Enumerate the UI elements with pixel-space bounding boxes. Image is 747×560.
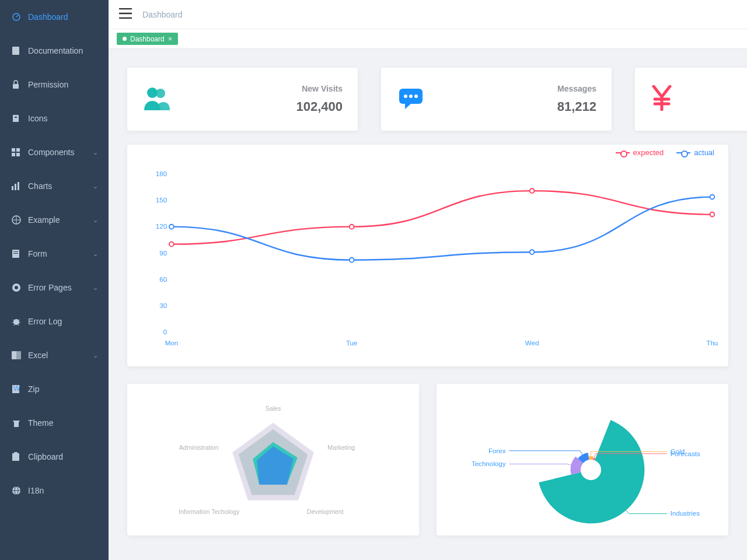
svg-rect-2	[13, 84, 19, 89]
sidebar-item-clipboard[interactable]: Clipboard	[0, 440, 109, 474]
svg-text:Tue: Tue	[346, 340, 358, 346]
svg-point-31	[409, 94, 413, 98]
svg-point-51	[710, 195, 714, 200]
svg-text:Development: Development	[307, 508, 344, 515]
sidebar-item-label: Zip	[28, 384, 39, 394]
sidebar: DashboardDocumentationPermissionIconsCom…	[0, 0, 109, 560]
svg-text:120: 120	[156, 223, 167, 230]
sidebar-item-charts[interactable]: Charts⌄	[0, 169, 109, 203]
sidebar-item-label: Excel	[28, 351, 48, 360]
chevron-down-icon: ⌄	[93, 149, 98, 156]
svg-text:Thu: Thu	[706, 340, 718, 346]
line-chart: 0306090120150180MonTueWedThu	[138, 155, 718, 356]
svg-point-18	[13, 319, 19, 325]
sidebar-item-form[interactable]: Form⌄	[0, 237, 109, 271]
topbar: Dashboard	[109, 0, 747, 29]
sidebar-item-error-pages[interactable]: Error Pages⌄	[0, 271, 109, 304]
tag-active-dot	[123, 37, 127, 41]
stat-value: 102,400	[296, 99, 343, 114]
secondary-charts-row: SalesMarketingDevelopmentInformation Tec…	[127, 384, 728, 536]
radar-chart: SalesMarketingDevelopmentInformation Tec…	[138, 394, 409, 528]
svg-rect-9	[12, 186, 13, 190]
svg-rect-24	[14, 452, 18, 454]
stat-card-partial[interactable]	[635, 68, 747, 131]
error-icon	[12, 283, 28, 292]
sidebar-item-permission[interactable]: Permission	[0, 68, 109, 102]
svg-text:W: W	[13, 384, 20, 393]
sidebar-item-label: I18n	[28, 486, 44, 495]
i18n-icon	[12, 486, 28, 495]
svg-rect-11	[18, 182, 19, 190]
lock-icon	[12, 80, 28, 89]
svg-rect-5	[12, 148, 15, 152]
line-chart-legend: expected actual	[616, 148, 714, 157]
pie-chart: IndustriesTechnologyForexGoldForecasts	[447, 394, 718, 528]
tag-dashboard[interactable]: Dashboard ×	[117, 33, 178, 45]
svg-point-49	[350, 258, 354, 262]
sidebar-item-label: Dashboard	[28, 12, 68, 22]
sidebar-item-theme[interactable]: Theme	[0, 406, 109, 440]
chevron-down-icon: ⌄	[93, 250, 98, 258]
svg-rect-3	[13, 115, 19, 122]
sidebar-item-label: Theme	[28, 418, 54, 428]
chevron-down-icon: ⌄	[93, 216, 98, 224]
doc-icon	[12, 46, 28, 55]
yen-icon	[650, 85, 673, 113]
svg-rect-15	[13, 253, 18, 254]
sidebar-item-label: Error Log	[28, 317, 62, 326]
people-icon	[142, 86, 172, 113]
sidebar-item-zip[interactable]: WZip	[0, 372, 109, 406]
svg-point-45	[350, 225, 354, 229]
line-chart-panel: expected actual 0306090120150180MonTueWe…	[127, 145, 728, 366]
svg-text:Wed: Wed	[525, 340, 539, 346]
sidebar-item-label: Form	[28, 249, 47, 258]
sidebar-item-label: Icons	[28, 114, 47, 123]
sidebar-item-label: Components	[28, 148, 74, 157]
sidebar-item-example[interactable]: Example⌄	[0, 203, 109, 237]
breadcrumb: Dashboard	[142, 10, 183, 19]
zip-icon: W	[12, 384, 28, 394]
chevron-down-icon: ⌄	[93, 284, 98, 292]
bug-icon	[12, 317, 28, 326]
sidebar-item-icons[interactable]: Icons	[0, 102, 109, 135]
legend-expected[interactable]: expected	[616, 148, 664, 157]
svg-rect-1	[12, 47, 19, 55]
svg-text:Marketing: Marketing	[327, 444, 355, 451]
stat-value: 81,212	[557, 99, 596, 114]
svg-text:180: 180	[156, 170, 167, 177]
svg-point-46	[530, 188, 535, 193]
sidebar-item-documentation[interactable]: Documentation	[0, 34, 109, 68]
main-area: Dashboard Dashboard × New Visits102,400M…	[109, 0, 747, 560]
chevron-down-icon: ⌄	[93, 352, 98, 359]
stat-card-messages[interactable]: Messages81,212	[381, 68, 612, 131]
form-icon	[12, 249, 28, 258]
sidebar-item-label: Documentation	[28, 46, 83, 55]
charts-icon	[12, 182, 28, 190]
sidebar-item-label: Error Pages	[28, 283, 72, 292]
stat-card-new-visits[interactable]: New Visits102,400	[127, 68, 358, 131]
svg-text:150: 150	[156, 197, 167, 204]
theme-icon	[12, 419, 28, 427]
sidebar-item-label: Example	[28, 215, 60, 225]
pie-chart-panel: IndustriesTechnologyForexGoldForecasts	[437, 384, 728, 536]
svg-rect-20	[16, 351, 21, 359]
close-icon[interactable]: ×	[168, 34, 173, 43]
sidebar-item-components[interactable]: Components⌄	[0, 135, 109, 169]
hamburger-icon[interactable]	[119, 8, 132, 21]
svg-text:Mon: Mon	[165, 340, 179, 346]
legend-actual[interactable]: actual	[676, 148, 714, 157]
svg-point-44	[169, 242, 174, 247]
svg-point-47	[710, 212, 714, 217]
sidebar-item-dashboard[interactable]: Dashboard	[0, 0, 109, 34]
sidebar-item-i18n[interactable]: I18n	[0, 474, 109, 508]
dashboard-icon	[12, 12, 28, 22]
excel-icon	[12, 351, 28, 359]
svg-rect-10	[15, 184, 16, 190]
sidebar-item-excel[interactable]: Excel⌄	[0, 338, 109, 372]
svg-text:Forecasts: Forecasts	[671, 450, 700, 457]
sidebar-item-label: Permission	[28, 80, 68, 89]
sidebar-item-error-log[interactable]: Error Log	[0, 304, 109, 338]
svg-text:Sales: Sales	[266, 405, 281, 412]
svg-text:Technology: Technology	[472, 460, 506, 467]
svg-text:Industries: Industries	[671, 510, 700, 517]
